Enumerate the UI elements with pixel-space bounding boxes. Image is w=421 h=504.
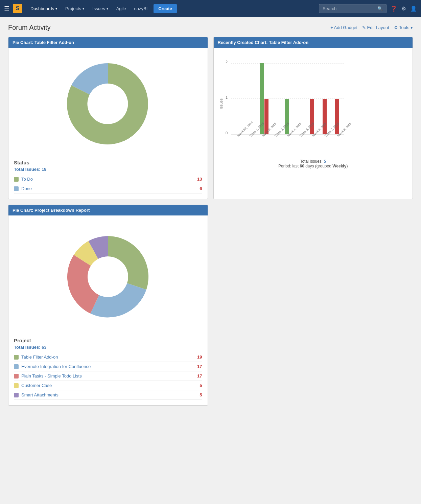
legend-count-sa: 5 (200, 392, 202, 397)
legend-row-sa: Smart Attachments 5 (14, 390, 202, 400)
legend-label-todo: To Do (21, 177, 33, 182)
gadget1-header: Pie Chart: Table Filter Add-on (8, 37, 208, 48)
chevron-down-icon: ▾ (107, 7, 108, 10)
legend-swatch-pt (14, 374, 19, 379)
legend-label-tf: Table Filter Add-on (21, 354, 58, 360)
nav-agile[interactable]: Agile (113, 4, 130, 13)
gadget-pie-table-filter: Pie Chart: Table Filter Add-on (8, 37, 208, 199)
create-button[interactable]: Create (154, 4, 177, 13)
legend-swatch-ev (14, 364, 19, 369)
nav-links: Dashboards ▾ Projects ▾ Issues ▾ Agile e… (27, 4, 177, 13)
page-container: Forum Activity + Add Gadget ✎ Edit Layou… (0, 17, 421, 412)
user-icon[interactable]: 👤 (410, 5, 417, 12)
pie-total-1: Total Issues: 19 (14, 167, 202, 172)
page-header: Forum Activity + Add Gadget ✎ Edit Layou… (8, 24, 413, 31)
legend-label-cc: Customer Case (21, 383, 52, 388)
pie-total-3: Total Issues: 63 (14, 345, 202, 350)
pie-chart-label-3: Project (14, 338, 202, 343)
pie-chart-1: Status Total Issues: 19 To Do 13 (14, 53, 202, 193)
legend-row-tf: Table Filter Add-on 19 (14, 352, 202, 362)
nav-right: 🔍 ❓ ⚙ 👤 (319, 4, 417, 13)
nav-bar: ☰ S Dashboards ▾ Projects ▾ Issues ▾ Agi… (0, 0, 421, 17)
legend-label-pt: Plain Tasks - Simple Todo Lists (21, 373, 82, 379)
legend-row-done: Done 6 (14, 184, 202, 193)
legend-label-ev: Evernote Integration for Confluence (21, 364, 91, 369)
legend-row-cc: Customer Case 5 (14, 381, 202, 390)
bar-closed-week7 (323, 99, 327, 134)
legend-count-cc: 5 (200, 383, 202, 388)
bar-closed-week6 (310, 99, 314, 134)
bar-closed-week8 (335, 99, 339, 134)
edit-layout-button[interactable]: ✎ Edit Layout (362, 25, 389, 30)
legend-count-tf: 19 (197, 354, 202, 360)
settings-icon[interactable]: ⚙ (401, 5, 406, 12)
legend-swatch-cc (14, 383, 19, 388)
svg-text:2: 2 (225, 60, 227, 64)
gadget2-header: Recently Created Chart: Table Filter Add… (214, 37, 413, 48)
svg-text:1: 1 (225, 95, 227, 99)
legend-count-ev: 17 (197, 364, 202, 369)
legend-count-pt: 17 (197, 373, 202, 379)
svg-text:Issues: Issues (219, 98, 223, 109)
pie-svg-3 (57, 224, 159, 330)
legend-swatch-tf (14, 355, 19, 360)
legend-label-done: Done (21, 186, 32, 191)
gadget-project-breakdown: Pie Chart: Project Breakdown Report (8, 205, 208, 406)
gadget-recently-created: Recently Created Chart: Table Filter Add… (213, 37, 413, 199)
legend-swatch-sa (14, 393, 19, 397)
add-gadget-button[interactable]: + Add Gadget (330, 25, 357, 30)
gadget1-body: Status Total Issues: 19 To Do 13 (8, 48, 208, 199)
pie-legend-1: Status Total Issues: 19 To Do 13 (14, 160, 202, 193)
svg-text:0: 0 (225, 131, 227, 135)
page-title: Forum Activity (8, 24, 51, 31)
nav-projects[interactable]: Projects ▾ (62, 4, 88, 13)
hamburger-icon[interactable]: ☰ (4, 5, 9, 12)
page-actions: + Add Gadget ✎ Edit Layout ⚙ Tools ▾ (330, 25, 413, 30)
tools-button[interactable]: ⚙ Tools ▾ (394, 25, 413, 30)
search-box[interactable]: 🔍 (319, 4, 387, 13)
chevron-down-icon: ▾ (55, 7, 57, 10)
pie-chart-3: Project Total Issues: 63 Table Filter Ad… (14, 221, 202, 400)
legend-row-pt: Plain Tasks - Simple Todo Lists 17 (14, 371, 202, 381)
pie-svg-1 (61, 56, 155, 152)
legend-count-todo: 13 (197, 177, 202, 182)
total-issues-link[interactable]: 5 (324, 159, 326, 164)
dashboard-grid: Pie Chart: Table Filter Add-on (8, 37, 413, 406)
pie-chart-label-1: Status (14, 160, 202, 165)
nav-eazybi[interactable]: eazyBI (131, 4, 151, 13)
pie-legend-3: Project Total Issues: 63 Table Filter Ad… (14, 338, 202, 400)
bar-chart-footer: Total Issues: 5 Period: last 60 days (gr… (219, 159, 407, 168)
chevron-down-icon: ▾ (83, 7, 84, 10)
nav-dashboards[interactable]: Dashboards ▾ (27, 4, 61, 13)
legend-swatch-done (14, 186, 19, 191)
search-input[interactable] (323, 6, 375, 11)
legend-count-done: 6 (200, 186, 202, 191)
legend-row-ev: Evernote Integration for Confluence 17 (14, 362, 202, 371)
nav-issues[interactable]: Issues ▾ (89, 4, 112, 13)
bar-chart-svg: 2 1 0 Issues (219, 53, 351, 155)
search-icon: 🔍 (377, 6, 383, 11)
gadget3-body: Project Total Issues: 63 Table Filter Ad… (8, 215, 208, 405)
legend-swatch-todo (14, 177, 19, 182)
help-icon[interactable]: ❓ (391, 5, 397, 12)
legend-row-todo: To Do 13 (14, 175, 202, 184)
gadget2-body: 2 1 0 Issues (214, 48, 413, 174)
app-logo[interactable]: S (13, 4, 22, 13)
bar-open-week4 (285, 99, 289, 134)
gadget3-header: Pie Chart: Project Breakdown Report (8, 205, 208, 215)
legend-label-sa: Smart Attachments (21, 392, 59, 397)
